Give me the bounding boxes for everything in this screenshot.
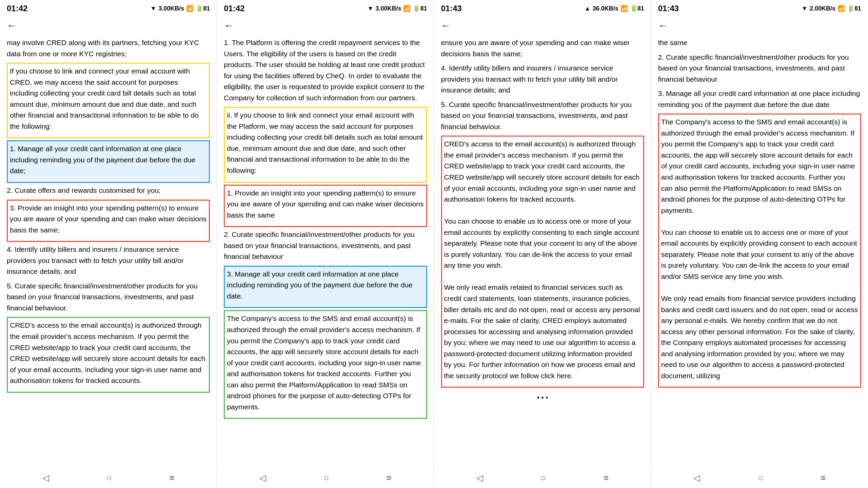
green-text-2: The Company's access to the SMS and emai… — [227, 313, 424, 412]
pre-text-4: the same — [658, 37, 861, 48]
battery-icon-1: 🔋81 — [196, 5, 210, 12]
home-icon-1[interactable]: ○ — [106, 473, 112, 483]
blue-text-1: 1. Manage all your credit card informati… — [10, 143, 207, 177]
nav-bar-4: ← — [651, 17, 868, 34]
signal-icon-2: 3.00KB/s — [375, 5, 401, 12]
bottom-nav-3: ◁ ○ ≡ — [434, 468, 651, 488]
wifi-icon-2: 📶 — [403, 5, 411, 12]
plain-text-3b: 5. Curate specific financial/investment/… — [441, 99, 644, 133]
status-icons-3: ▲ 36.0KB/s 📶 🔋81 — [585, 5, 644, 12]
content-3: ensure you are aware of your spending an… — [434, 34, 651, 468]
red-block-2: 1. Provide an insight into your spending… — [224, 185, 427, 227]
plain-text-4b: 3. Manage all your credit card informati… — [658, 88, 861, 110]
plain-text-4a: 2. Curate specific financial/investment/… — [658, 52, 861, 85]
home-icon-2[interactable]: ○ — [323, 473, 329, 483]
back-nav-icon-3[interactable]: ◁ — [476, 473, 483, 483]
blue-block-1: 1. Manage all your credit card informati… — [7, 140, 210, 183]
signal-icon-1: 3.00KB/s — [158, 5, 184, 12]
green-block-1: CRED's access to the email account(s) is… — [7, 317, 210, 392]
phone-panel-3: 01:43 ▲ 36.0KB/s 📶 🔋81 ← ensure you are … — [434, 0, 651, 488]
phone-panel-4: 01:43 ▼ 2.00KB/s 📶 🔋81 ← the same 2. Cur… — [651, 0, 868, 488]
back-button-3[interactable]: ← — [441, 20, 451, 31]
back-nav-icon-2[interactable]: ◁ — [259, 473, 266, 483]
pre-text-3: ensure you are aware of your spending an… — [441, 37, 644, 59]
red-block-4: The Company's access to the SMS and emai… — [658, 114, 861, 388]
time-2: 01:42 — [224, 4, 244, 13]
signal-icon-4: 2.00KB/s — [810, 5, 835, 12]
content-4: the same 2. Curate specific financial/in… — [651, 34, 868, 468]
yellow-block-2: ii. If you choose to link and connect yo… — [224, 107, 427, 182]
back-nav-icon-1[interactable]: ◁ — [42, 473, 49, 483]
back-nav-icon-4[interactable]: ◁ — [693, 473, 700, 483]
battery-icon-2: 🔋81 — [413, 5, 427, 12]
pre-text-2: 1. The Platform is offering the credit r… — [224, 37, 427, 103]
plain-text-2a: 2. Curate specific financial/investment/… — [224, 229, 427, 262]
status-icons-2: ▼ 3.00KB/s 📶 🔋81 — [368, 5, 427, 12]
back-button-4[interactable]: ← — [658, 20, 668, 31]
phone-panel-1: 01:42 ▼ 3.00KB/s 📶 🔋81 ← may involve CRE… — [0, 0, 217, 488]
bottom-nav-4: ◁ ○ ≡ — [651, 468, 868, 488]
green-text-1: CRED's access to the email account(s) is… — [10, 320, 207, 386]
download-icon-4: ▼ — [802, 5, 808, 12]
green-block-2: The Company's access to the SMS and emai… — [224, 310, 427, 419]
yellow-text-1: If you choose to link and connect your e… — [10, 66, 207, 132]
red-text-2: 1. Provide an insight into your spending… — [227, 188, 424, 221]
menu-icon-2[interactable]: ≡ — [387, 473, 392, 483]
battery-icon-4: 🔋81 — [847, 5, 861, 12]
blue-block-2: 3. Manage all your credit card informati… — [224, 266, 427, 308]
blue-text-2: 3. Manage all your credit card informati… — [227, 269, 424, 302]
bottom-nav-2: ◁ ○ ≡ — [217, 468, 434, 488]
red-text-4: The Company's access to the SMS and emai… — [661, 117, 858, 381]
status-icons-1: ▼ 3.00KB/s 📶 🔋81 — [150, 5, 210, 12]
dots-indicator-3: • • • — [441, 390, 644, 405]
menu-icon-4[interactable]: ≡ — [821, 473, 826, 483]
phone-panel-2: 01:42 ▼ 3.00KB/s 📶 🔋81 ← 1. The Platform… — [217, 0, 434, 488]
nav-bar-2: ← — [217, 17, 434, 34]
plain-text-1b: 4. Identify utility billers and insurers… — [7, 244, 210, 277]
plain-text-1c: 5. Curate specific financial/investment/… — [7, 281, 210, 314]
yellow-text-2: ii. If you choose to link and connect yo… — [227, 110, 424, 176]
plain-text-1a: 2. Curate offers and rewards customised … — [7, 185, 210, 196]
home-icon-4[interactable]: ○ — [758, 473, 763, 483]
nav-bar-1: ← — [0, 17, 217, 34]
content-2: 1. The Platform is offering the credit r… — [217, 34, 434, 468]
status-bar-3: 01:43 ▲ 36.0KB/s 📶 🔋81 — [434, 0, 651, 17]
content-1: may involve CRED along with its partners… — [0, 34, 217, 468]
back-button-2[interactable]: ← — [224, 20, 233, 31]
wifi-icon-4: 📶 — [837, 5, 845, 12]
menu-icon-3[interactable]: ≡ — [604, 473, 609, 483]
wifi-icon-3: 📶 — [620, 5, 628, 12]
plain-text-3a: 4. Identify utility billers and insurers… — [441, 63, 644, 96]
status-bar-1: 01:42 ▼ 3.00KB/s 📶 🔋81 — [0, 0, 217, 17]
bottom-nav-1: ◁ ○ ≡ — [0, 468, 217, 488]
time-4: 01:43 — [658, 4, 679, 13]
status-bar-4: 01:43 ▼ 2.00KB/s 📶 🔋81 — [651, 0, 868, 17]
upload-icon-3: ▲ — [585, 5, 591, 12]
battery-icon-3: 🔋81 — [630, 5, 644, 12]
red-text-3: CRED's access to the email account(s) is… — [444, 139, 641, 381]
red-text-1: 3. Provide an insight into your spending… — [10, 203, 207, 236]
pre-text-1: may involve CRED along with its partners… — [7, 37, 210, 59]
time-1: 01:42 — [7, 4, 27, 13]
home-icon-3[interactable]: ○ — [541, 473, 546, 483]
time-3: 01:43 — [441, 4, 462, 13]
red-block-3: CRED's access to the email account(s) is… — [441, 136, 644, 388]
signal-icon-3: 36.0KB/s — [593, 5, 618, 12]
status-bar-2: 01:42 ▼ 3.00KB/s 📶 🔋81 — [217, 0, 434, 17]
download-icon-1: ▼ — [150, 5, 156, 12]
menu-icon-1[interactable]: ≡ — [169, 473, 174, 483]
wifi-icon-1: 📶 — [186, 5, 194, 12]
download-icon-2: ▼ — [368, 5, 374, 12]
dot-icon-3: • • • — [537, 392, 548, 403]
back-button-1[interactable]: ← — [7, 20, 16, 31]
nav-bar-3: ← — [434, 17, 651, 34]
status-icons-4: ▼ 2.00KB/s 📶 🔋81 — [802, 5, 861, 12]
yellow-block-1: If you choose to link and connect your e… — [7, 63, 210, 138]
red-block-1: 3. Provide an insight into your spending… — [7, 200, 210, 242]
